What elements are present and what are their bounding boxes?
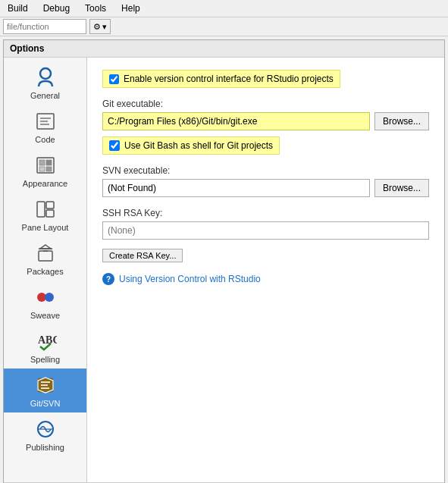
ssh-rsa-row	[102, 221, 429, 240]
svn-browse-button[interactable]: Browse...	[374, 179, 429, 197]
spelling-icon: ABC	[33, 329, 58, 353]
sidebar-item-appearance[interactable]: Appearance	[4, 149, 86, 193]
dialog-body: General Code	[4, 58, 444, 482]
sidebar-item-pane-layout[interactable]: Pane Layout	[4, 193, 86, 237]
gear-icon: ⚙	[93, 22, 101, 32]
help-link-label: Using Version Control with RStudio	[119, 274, 261, 284]
sidebar-label-spelling: Spelling	[30, 355, 60, 364]
menu-tools[interactable]: Tools	[80, 2, 111, 15]
sidebar: General Code	[4, 58, 87, 482]
svg-rect-9	[46, 167, 52, 171]
sidebar-label-appearance: Appearance	[23, 179, 67, 188]
sidebar-item-gitsvn[interactable]: Git/SVN	[4, 369, 86, 412]
general-icon	[33, 65, 58, 89]
sidebar-label-packages: Packages	[27, 267, 63, 276]
ssh-rsa-label: SSH RSA Key:	[102, 208, 429, 218]
help-link-row[interactable]: ? Using Version Control with RStudio	[102, 273, 429, 285]
menu-build[interactable]: Build	[3, 2, 33, 15]
svg-rect-13	[39, 251, 52, 261]
use-gitbash-checkbox[interactable]	[109, 140, 120, 151]
svg-rect-10	[37, 202, 45, 217]
svn-executable-input[interactable]	[102, 179, 370, 197]
sidebar-label-publishing: Publishing	[26, 443, 64, 452]
sidebar-label-code: Code	[35, 135, 55, 144]
dialog-title: Options	[4, 40, 444, 58]
sidebar-label-gitsvn: Git/SVN	[30, 399, 61, 408]
sidebar-item-spelling[interactable]: ABC Spelling	[4, 325, 86, 369]
code-icon	[33, 109, 58, 133]
sidebar-item-code[interactable]: Code	[4, 105, 86, 149]
sidebar-item-general[interactable]: General	[4, 61, 86, 105]
svn-executable-row: Browse...	[102, 179, 429, 197]
publishing-icon	[33, 417, 58, 441]
git-executable-section: Git executable: Browse... Use Git Bash a…	[102, 99, 429, 155]
create-rsa-button[interactable]: Create RSA Key...	[102, 249, 183, 262]
enable-vcs-checkbox[interactable]	[109, 74, 119, 84]
sidebar-label-sweave: Sweave	[30, 311, 60, 320]
packages-icon	[33, 241, 58, 265]
svg-rect-7	[46, 160, 52, 165]
use-gitbash-checkbox-container: Use Git Bash as shell for Git projects	[102, 136, 280, 155]
svg-rect-24	[41, 387, 49, 389]
svg-point-18	[45, 293, 54, 302]
vcs-enable-section: Enable version control interface for RSt…	[102, 70, 429, 88]
sidebar-label-general: General	[30, 91, 60, 100]
sweave-icon	[33, 285, 58, 309]
git-executable-row: Browse...	[102, 112, 429, 130]
svg-rect-6	[39, 160, 45, 165]
sidebar-label-pane-layout: Pane Layout	[22, 223, 69, 232]
toolbar: ⚙ ▾	[0, 17, 448, 36]
svg-text:ABC: ABC	[38, 334, 57, 346]
git-executable-label: Git executable:	[102, 99, 429, 109]
help-icon: ?	[102, 273, 114, 285]
gitsvn-icon	[33, 373, 58, 397]
menu-debug[interactable]: Debug	[39, 2, 74, 15]
options-dialog: Options General	[3, 39, 445, 483]
sidebar-item-publishing[interactable]: Publishing	[4, 412, 86, 456]
menu-help[interactable]: Help	[117, 2, 145, 15]
svg-rect-8	[39, 167, 45, 171]
use-gitbash-label: Use Git Bash as shell for Git projects	[124, 140, 273, 151]
git-browse-button[interactable]: Browse...	[374, 112, 429, 130]
svg-rect-11	[46, 202, 54, 209]
svg-rect-22	[41, 381, 50, 383]
appearance-icon	[33, 153, 58, 177]
toolbar-gear-button[interactable]: ⚙ ▾	[89, 19, 111, 34]
use-gitbash-row: Use Git Bash as shell for Git projects	[102, 136, 429, 155]
ssh-rsa-input[interactable]	[102, 221, 429, 240]
sidebar-item-packages[interactable]: Packages	[4, 237, 86, 281]
enable-vcs-row: Enable version control interface for RSt…	[102, 70, 340, 88]
file-function-input[interactable]	[3, 19, 86, 34]
dropdown-arrow-icon: ▾	[102, 22, 107, 32]
git-executable-input[interactable]	[102, 112, 370, 130]
enable-vcs-label: Enable version control interface for RSt…	[124, 74, 334, 84]
svg-rect-23	[41, 384, 48, 386]
svg-rect-12	[46, 210, 54, 217]
menubar: Build Debug Tools Help	[0, 0, 448, 17]
sidebar-item-sweave[interactable]: Sweave	[4, 281, 86, 325]
ssh-rsa-section: SSH RSA Key: Create RSA Key...	[102, 208, 429, 262]
svn-executable-section: SVN executable: Browse...	[102, 165, 429, 197]
main-content: Enable version control interface for RSt…	[87, 58, 444, 482]
svg-point-0	[40, 68, 51, 79]
pane-layout-icon	[33, 197, 58, 221]
svn-executable-label: SVN executable:	[102, 165, 429, 176]
